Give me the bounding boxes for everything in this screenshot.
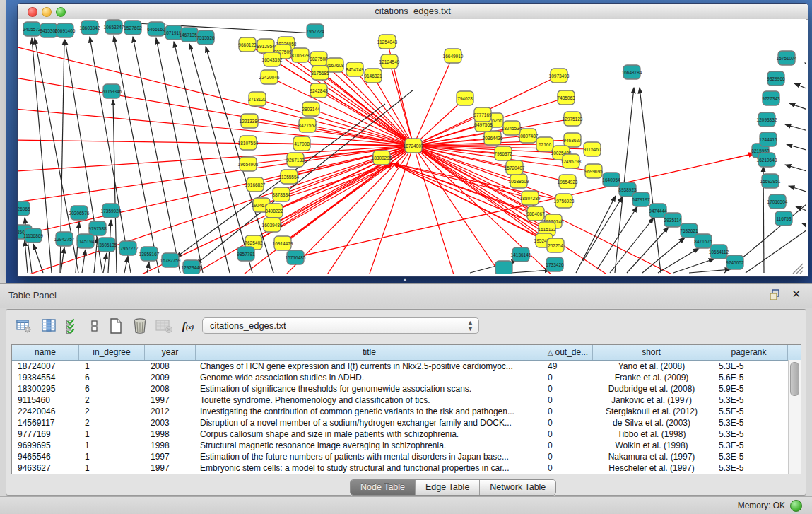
column-header-out_degree[interactable]: △out_de...: [543, 345, 593, 360]
graph-node[interactable]: 20206576: [69, 206, 90, 220]
graph-node[interactable]: 13958167: [139, 247, 160, 261]
cell-title[interactable]: Tourette syndrome. Phenomenology and cla…: [196, 395, 543, 406]
graph-edge[interactable]: [642, 238, 685, 273]
graph-node[interactable]: 17359924: [101, 204, 122, 218]
graph-node[interactable]: 12495798: [561, 154, 582, 168]
graph-node[interactable]: 16648784: [622, 65, 642, 79]
cell-short[interactable]: Hescheler et al. (1997): [593, 462, 710, 474]
column-header-name[interactable]: name: [12, 345, 79, 360]
cell-pagerank[interactable]: 5.3E-5: [710, 462, 788, 474]
cell-name[interactable]: 9777169: [12, 428, 79, 440]
graph-edge[interactable]: [805, 63, 806, 76]
graph-node[interactable]: 12975123: [563, 112, 583, 126]
cell-in_degree[interactable]: 1: [79, 361, 145, 372]
cell-out_degree[interactable]: 0: [543, 428, 593, 440]
cell-pagerank[interactable]: 5.3E-5: [710, 428, 788, 440]
graph-node[interactable]: 12124549: [379, 54, 400, 69]
cell-pagerank[interactable]: 5.9E-5: [710, 383, 788, 395]
graph-edge[interactable]: [597, 206, 637, 269]
graph-node[interactable]: 13505135: [97, 238, 117, 252]
graph-node[interactable]: 16914479: [273, 236, 293, 250]
graph-node[interactable]: 2803144: [302, 102, 320, 116]
graph-edge[interactable]: [18, 33, 413, 146]
column-header-year[interactable]: year: [145, 345, 196, 360]
graph-edge[interactable]: [610, 218, 654, 273]
cell-pagerank[interactable]: 5.3E-5: [710, 451, 788, 462]
graph-node[interactable]: 16649910: [443, 49, 464, 63]
graph-edge[interactable]: [269, 77, 413, 146]
graph-node[interactable]: 8186328: [291, 48, 310, 62]
graph-node[interactable]: 11254043: [377, 35, 398, 49]
graph-node[interactable]: 62166: [536, 137, 553, 151]
graph-edge[interactable]: [785, 124, 806, 135]
table-row[interactable]: 1456911722003Disruption of a novel membe…: [12, 417, 801, 428]
graph-node[interactable]: 19166827: [245, 177, 266, 192]
graph-edge[interactable]: [25, 240, 28, 273]
cell-year[interactable]: 1998: [145, 428, 196, 440]
cell-year[interactable]: 2003: [145, 417, 196, 428]
cell-short[interactable]: Dudbridge et al. (2008): [593, 383, 710, 395]
graph-edge[interactable]: [673, 259, 714, 273]
table-scrollbar-thumb[interactable]: [790, 362, 799, 396]
cell-title[interactable]: Estimation of the future numbers of pati…: [196, 451, 543, 462]
graph-node[interactable]: 22420046: [259, 70, 280, 84]
graph-node[interactable]: 11355554: [279, 170, 300, 184]
cell-name[interactable]: 18724007: [12, 361, 79, 372]
graph-node[interactable]: 9267130: [286, 153, 305, 167]
graph-node[interactable]: 9884067: [526, 206, 545, 221]
cell-pagerank[interactable]: 5.6E-5: [710, 372, 788, 383]
cell-title[interactable]: Embryonic stem cells: a model to study s…: [196, 462, 543, 474]
cell-in_degree[interactable]: 6: [79, 383, 145, 395]
graph-edge[interactable]: [61, 247, 64, 273]
graph-node[interactable]: 2718120: [248, 92, 266, 106]
table-settings-icon[interactable]: [15, 317, 33, 335]
network-window-titlebar[interactable]: citations_edges.txt: [18, 4, 808, 20]
cell-name[interactable]: 9463627: [12, 462, 79, 474]
graph-edge[interactable]: [124, 257, 128, 273]
graph-node[interactable]: 19654923: [558, 175, 578, 189]
row-select-icon[interactable]: [64, 317, 83, 335]
graph-node[interactable]: 18603342: [80, 21, 100, 35]
graph-node[interactable]: 16039486: [262, 218, 283, 232]
cell-out_degree[interactable]: 0: [543, 383, 593, 395]
graph-node[interactable]: 6479197: [632, 192, 650, 206]
graph-edge[interactable]: [640, 88, 661, 273]
cell-out_degree[interactable]: 0: [543, 372, 593, 383]
cell-short[interactable]: Tibbo et al. (1998): [593, 428, 710, 440]
cell-in_degree[interactable]: 1: [79, 462, 145, 474]
graph-node[interactable]: 2935114: [664, 213, 682, 227]
cell-out_degree[interactable]: 0: [543, 462, 593, 474]
table-row[interactable]: 946362711997Embryonic stem cells: a mode…: [12, 462, 801, 474]
cell-short[interactable]: de Silva et al. (2003): [593, 417, 710, 428]
cell-year[interactable]: 2008: [145, 361, 196, 372]
cell-year[interactable]: 1997: [145, 462, 196, 474]
cell-title[interactable]: Structural magnetic resonance image aver…: [196, 440, 543, 451]
graph-node[interactable]: 18107554: [238, 136, 259, 150]
graph-edge[interactable]: [576, 196, 616, 273]
graph-edge[interactable]: [249, 121, 413, 146]
cell-out_degree[interactable]: 0: [543, 440, 593, 451]
graph-node[interactable]: 417008: [293, 136, 310, 151]
cell-in_degree[interactable]: 1: [79, 451, 145, 462]
graph-node[interactable]: 7485063: [557, 90, 575, 105]
graph-node[interactable]: 1733426: [546, 257, 564, 271]
graph-node[interactable]: 1145194: [77, 234, 95, 248]
graph-node[interactable]: 9797588: [88, 221, 107, 235]
graph-node[interactable]: 15751074: [777, 51, 797, 65]
window-resize-grip[interactable]: [790, 262, 806, 274]
graph-node[interactable]: 16210643: [757, 153, 777, 167]
table-row[interactable]: 1830029562008Estimation of significance …: [12, 383, 801, 395]
graph-node[interactable]: 9827508: [310, 52, 328, 66]
graph-node[interactable]: 8471676: [694, 234, 712, 248]
cell-out_degree[interactable]: 0: [543, 395, 593, 406]
cell-out_degree[interactable]: 49: [543, 361, 593, 372]
graph-node[interactable]: 2405572: [23, 22, 41, 36]
network-graph[interactable]: 1830029596601238912954182260589827509165…: [18, 19, 806, 274]
graph-node[interactable]: 20691406: [55, 23, 76, 37]
graph-edge[interactable]: [787, 144, 806, 155]
graph-node[interactable]: 12942757: [54, 232, 75, 246]
cell-title[interactable]: Changes of HCN gene expression and I(f) …: [196, 361, 543, 372]
graph-node[interactable]: 8912954: [257, 39, 275, 53]
cell-name[interactable]: 19384554: [12, 372, 79, 383]
cell-in_degree[interactable]: 2: [79, 395, 145, 406]
